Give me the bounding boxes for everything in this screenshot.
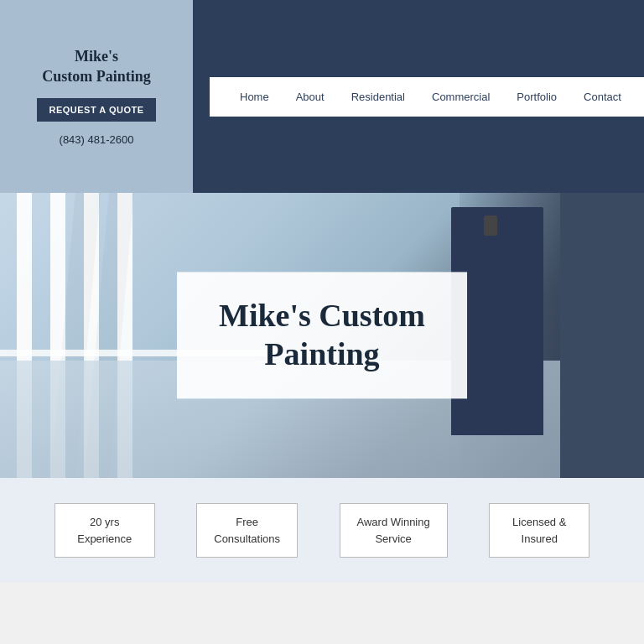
feature-licensed: Licensed & Insured bbox=[489, 503, 589, 558]
hero-title: Mike's Custom Painting bbox=[219, 297, 425, 373]
nav-item-contact[interactable]: Contact bbox=[570, 86, 635, 108]
right-siding bbox=[560, 193, 644, 478]
feature-experience: 20 yrs Experience bbox=[55, 503, 155, 558]
header-nav-panel: Home About Residential Commercial Portfo… bbox=[193, 0, 644, 193]
hero-title-box: Mike's Custom Painting bbox=[177, 272, 467, 398]
nav-item-about[interactable]: About bbox=[283, 86, 338, 108]
nav-item-home[interactable]: Home bbox=[226, 86, 283, 108]
phone-number: (843) 481-2600 bbox=[60, 133, 134, 146]
header-brand-panel: Mike's Custom Painting Request A Quote (… bbox=[0, 0, 193, 193]
features-section: 20 yrs Experience Free Consultations Awa… bbox=[0, 478, 644, 583]
feature-consultations: Free Consultations bbox=[196, 503, 298, 558]
nav-item-commercial[interactable]: Commercial bbox=[418, 86, 503, 108]
nav-item-portfolio[interactable]: Portfolio bbox=[503, 86, 570, 108]
feature-award-winning: Award Winning Service bbox=[340, 503, 448, 558]
main-nav: Home About Residential Commercial Portfo… bbox=[210, 77, 644, 117]
request-quote-button[interactable]: Request A Quote bbox=[37, 98, 155, 122]
site-header: Mike's Custom Painting Request A Quote (… bbox=[0, 0, 644, 193]
hero-section: Mike's Custom Painting bbox=[0, 193, 644, 478]
nav-item-residential[interactable]: Residential bbox=[338, 86, 418, 108]
brand-name: Mike's Custom Painting bbox=[42, 47, 151, 86]
lantern bbox=[484, 216, 497, 236]
